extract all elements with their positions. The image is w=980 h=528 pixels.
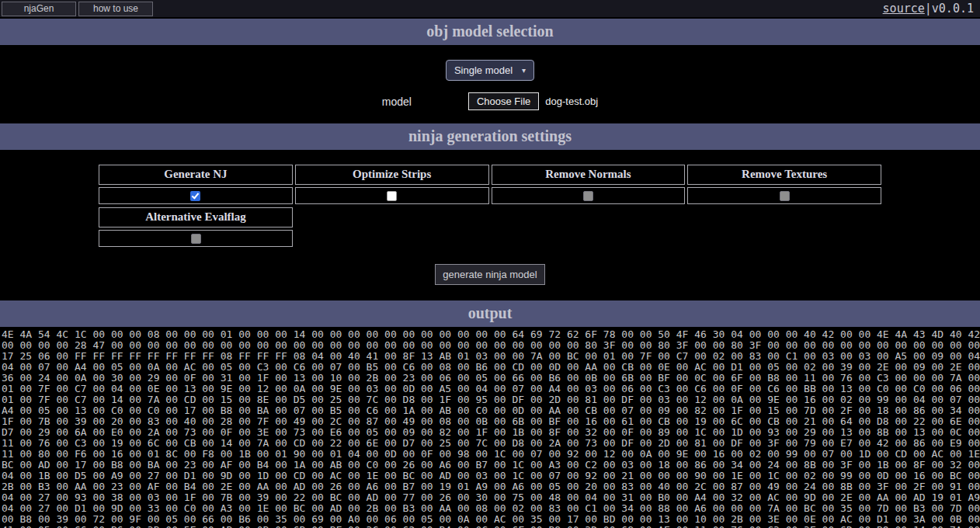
model-label: model [382,96,412,108]
hex-row: 04 00 27 00 D1 00 9D 00 33 00 C0 00 A3 0… [2,503,980,514]
hex-row: 1F 00 7B 00 39 00 20 00 83 00 40 00 28 0… [2,416,980,427]
selected-file-name: dog-test.obj [545,96,598,107]
option-label-remove-normals: Remove Normals [492,165,686,185]
hex-row: 01 00 7F 00 C7 00 14 00 7A 00 CD 00 15 0… [2,394,980,405]
alternative-evalflag-checkbox[interactable] [191,234,201,244]
hex-row: A4 00 05 00 13 00 C0 00 C0 00 17 00 B8 0… [2,405,980,416]
optimize-strips-checkbox[interactable] [387,191,397,201]
hex-row: 04 00 07 00 A4 00 05 00 0A 00 AC 00 05 0… [2,362,980,373]
version-label: v0.0.1 [932,2,974,16]
output-header: output [0,300,980,327]
option-label-optimize-strips: Optimize Strips [295,165,489,185]
tab-how-to-use[interactable]: how to use [78,2,153,16]
choose-file-button[interactable]: Choose File [468,92,539,110]
settings-options-grid: Generate NJ Optimize Strips Remove Norma… [99,165,881,204]
hex-row: 01 00 7F 00 C7 00 04 00 0E 00 13 00 9E 0… [2,384,980,394]
settings-section: Generate NJ Optimize Strips Remove Norma… [0,150,980,285]
hex-row: 04 00 27 00 93 00 38 00 03 00 1F 00 7B 0… [2,492,980,503]
remove-textures-checkbox[interactable] [780,191,790,201]
hex-row: 4E 4A 54 4C 1C 00 00 00 08 00 00 00 01 0… [2,329,980,340]
hex-output: 4E 4A 54 4C 1C 00 00 00 08 00 00 00 01 0… [0,327,980,528]
hex-row: 2B 00 B3 00 AA 00 23 00 AF 00 B4 00 2E 0… [2,481,980,492]
option-label-remove-textures: Remove Textures [687,165,881,185]
remove-normals-checkbox[interactable] [583,191,593,201]
version-separator: | [925,2,932,16]
hex-row: 00 00 00 00 28 47 00 00 00 00 00 00 00 0… [2,340,980,351]
hex-row: 11 00 76 00 C3 00 19 00 6C 00 CB 00 14 0… [2,438,980,449]
settings-extra-grid: Alternative Evalflag [99,207,881,247]
model-selection-section: Single model ▾ model Choose File dog-tes… [0,45,980,123]
hex-row: 17 25 06 00 FF FF FF FF FF FF FF FF 08 F… [2,351,980,362]
hex-row: 36 00 24 00 0A 00 30 00 29 00 0F 00 31 0… [2,373,980,384]
topbar-right: source | v0.0.1 [883,2,974,16]
hex-row: 04 00 1B 00 D5 00 A9 00 27 00 D1 00 9D 0… [2,471,980,481]
option-label-generate-nj: Generate NJ [99,165,293,185]
settings-header: ninja generation settings [0,123,980,150]
hex-row: 00 B8 00 39 00 72 00 9F 00 05 00 66 00 B… [2,514,980,525]
tab-njagen[interactable]: njaGen [2,2,76,16]
topbar: njaGen how to use source | v0.0.1 [0,0,980,17]
generate-ninja-model-button[interactable]: generate ninja model [435,264,544,285]
hex-row: 41 00 05 00 66 00 B6 00 3B 00 5E 00 AB 0… [2,525,980,528]
hex-row: 11 00 80 00 F6 00 16 00 01 8C 00 F8 00 1… [2,449,980,460]
model-mode-select[interactable]: Single model ▾ [446,60,534,81]
hex-row: BC 00 AD 00 17 00 B8 00 BA 00 23 00 AF 0… [2,460,980,471]
model-selection-header: obj model selection [0,19,980,45]
source-link[interactable]: source [883,2,925,16]
model-mode-select-value: Single model [454,64,513,76]
option-label-alternative-evalflag: Alternative Evalflag [99,207,293,228]
chevron-down-icon: ▾ [522,66,526,75]
hex-row: D7 00 29 00 6A 00 E0 00 2A 00 73 00 0F 0… [2,427,980,438]
generate-nj-checkbox[interactable] [190,191,200,201]
